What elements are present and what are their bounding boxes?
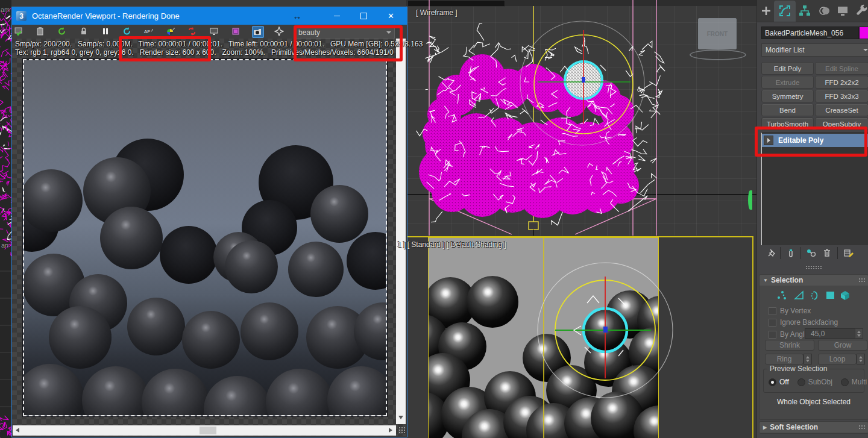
- sphere: [100, 207, 163, 269]
- rendered-image[interactable]: [23, 59, 387, 416]
- viewcube-front-face[interactable]: FRONT: [698, 18, 737, 49]
- camera-viewport[interactable]: [406, 236, 756, 438]
- button-extrude[interactable]: Extrude: [761, 76, 814, 89]
- ignore-backfacing-checkbox-row[interactable]: Ignore Backfacing: [769, 318, 838, 327]
- sphere: [288, 242, 344, 297]
- checkbox-icon[interactable]: [769, 307, 776, 315]
- object-name-field[interactable]: BakedParticleMesh_056: [761, 27, 859, 39]
- button-creaseset[interactable]: CreaseSet: [815, 104, 868, 116]
- viewcube[interactable]: FRONT: [687, 16, 747, 58]
- shrink-button[interactable]: Shrink: [765, 340, 814, 351]
- button-symmetry[interactable]: Symmetry: [761, 90, 814, 102]
- object-color-swatch[interactable]: [859, 27, 868, 39]
- drag-grip-icon: [858, 278, 866, 283]
- window-title-bar[interactable]: 3 OctaneRender Viewport - Rendering Done…: [12, 7, 407, 25]
- by-angle-value-field[interactable]: 45,0: [805, 328, 858, 339]
- viewport-label-front[interactable]: [ Wireframe ]: [416, 8, 458, 17]
- rollout-divider-grip[interactable]: [805, 266, 822, 269]
- radio-subobj[interactable]: [797, 378, 805, 386]
- loop-spinner[interactable]: [857, 354, 865, 364]
- sphere: [160, 226, 218, 284]
- subobject-element-icon[interactable]: [838, 289, 852, 301]
- pin-stack-icon[interactable]: [766, 247, 777, 259]
- rollout-open-icon: ▼: [763, 278, 768, 283]
- active-viewport-border: [752, 236, 753, 438]
- ring-button[interactable]: Ring: [765, 354, 804, 364]
- sphere: [467, 276, 518, 328]
- autofocus-picker-icon[interactable]: AF: [143, 26, 154, 37]
- tab-display[interactable]: [836, 4, 849, 17]
- stack-toolbar: [761, 246, 868, 261]
- white-balance-picker-icon[interactable]: [165, 26, 176, 37]
- checkbox-icon[interactable]: [769, 319, 776, 327]
- sphere: [225, 240, 278, 293]
- camera-frame: [428, 237, 659, 438]
- pick-material-icon[interactable]: [230, 26, 241, 37]
- rollout-closed-icon: ▶: [763, 425, 767, 430]
- viewport-label-camera[interactable]: 1 ] [ Standard ] [ Default Shading ]: [397, 240, 506, 249]
- refresh-icon[interactable]: [57, 26, 68, 37]
- subobject-border-icon[interactable]: [810, 289, 823, 301]
- button-ffd-2x2x2[interactable]: FFD 2x2x2: [815, 76, 868, 89]
- resize-grip[interactable]: [398, 427, 406, 434]
- subobject-polygon-icon[interactable]: [824, 289, 837, 301]
- loop-button[interactable]: Loop: [818, 354, 857, 364]
- rollout-title: Selection: [771, 276, 803, 284]
- left-viewport-sliver: am an: [0, 0, 11, 438]
- by-vertex-label: By Vertex: [780, 307, 811, 315]
- copy-clipboard-icon[interactable]: [35, 26, 46, 37]
- vertical-scrollbar[interactable]: [396, 39, 406, 424]
- viewport-screen-icon[interactable]: [209, 26, 219, 37]
- front-wireframe-viewport[interactable]: [ Wireframe ] FRONT: [406, 0, 756, 236]
- show-end-result-icon[interactable]: [785, 247, 796, 259]
- button-bend[interactable]: Bend: [761, 104, 814, 116]
- sphere: [584, 310, 627, 353]
- close-button[interactable]: ✕: [377, 7, 404, 25]
- configure-modifier-sets-icon[interactable]: [843, 247, 854, 259]
- subobject-vertex-icon[interactable]: [775, 289, 788, 301]
- grow-button[interactable]: Grow: [818, 340, 867, 351]
- minimize-button[interactable]: [323, 7, 350, 25]
- tab-hierarchy[interactable]: [798, 4, 811, 17]
- tab-motion[interactable]: [818, 4, 831, 17]
- save-image-icon[interactable]: [13, 26, 24, 37]
- scrollbar-thumb[interactable]: [200, 427, 216, 434]
- by-vertex-checkbox-row[interactable]: By Vertex: [769, 307, 811, 315]
- sphere: [82, 366, 149, 416]
- kernel-star-icon[interactable]: [274, 26, 285, 37]
- trash-icon[interactable]: [822, 247, 832, 259]
- maximize-button[interactable]: [350, 7, 377, 25]
- octane-render-window: 3 OctaneRender Viewport - Rendering Done…: [11, 7, 407, 437]
- ring-spinner[interactable]: [804, 354, 812, 364]
- lock-icon[interactable]: [78, 26, 89, 37]
- make-unique-icon[interactable]: [806, 247, 817, 259]
- render-camera-icon[interactable]: [252, 26, 264, 38]
- chevron-down-icon: [863, 49, 868, 51]
- restart-render-icon[interactable]: [122, 26, 133, 37]
- command-panel: BakedParticleMesh_056 Modifier List Edit…: [756, 0, 868, 438]
- screen: am an: [0, 0, 868, 438]
- button-ffd-3x3x3[interactable]: FFD 3x3x3: [815, 90, 868, 102]
- button-edit-poly[interactable]: Edit Poly: [761, 62, 814, 75]
- horizontal-scrollbar[interactable]: [13, 425, 396, 436]
- radio-multi[interactable]: [841, 378, 849, 386]
- radio-off[interactable]: [769, 378, 776, 386]
- render-region-icon[interactable]: [187, 26, 198, 37]
- button-edit-spline[interactable]: Edit Spline: [815, 62, 868, 75]
- resize-arrows-icon[interactable]: ↔: [288, 7, 306, 25]
- ignore-backfacing-label: Ignore Backfacing: [780, 318, 838, 327]
- pause-icon[interactable]: [100, 26, 111, 37]
- modifier-list-label: Modifier List: [766, 46, 805, 54]
- gizmo-z-marker: [582, 77, 585, 83]
- selection-rollout-header[interactable]: ▼ Selection: [760, 275, 868, 286]
- modifier-list-dropdown[interactable]: Modifier List: [761, 43, 868, 57]
- by-angle-spinner[interactable]: [855, 328, 863, 339]
- tab-modify[interactable]: [778, 4, 791, 17]
- soft-selection-header[interactable]: ▶ Soft Selection: [760, 422, 868, 433]
- viewcube-ring[interactable]: [690, 49, 746, 60]
- checkbox-icon[interactable]: [769, 331, 776, 339]
- subobject-edge-icon[interactable]: [793, 289, 806, 301]
- tab-create[interactable]: [760, 4, 773, 17]
- tab-utilities[interactable]: [855, 4, 868, 17]
- scroll-left-icon: [16, 428, 19, 433]
